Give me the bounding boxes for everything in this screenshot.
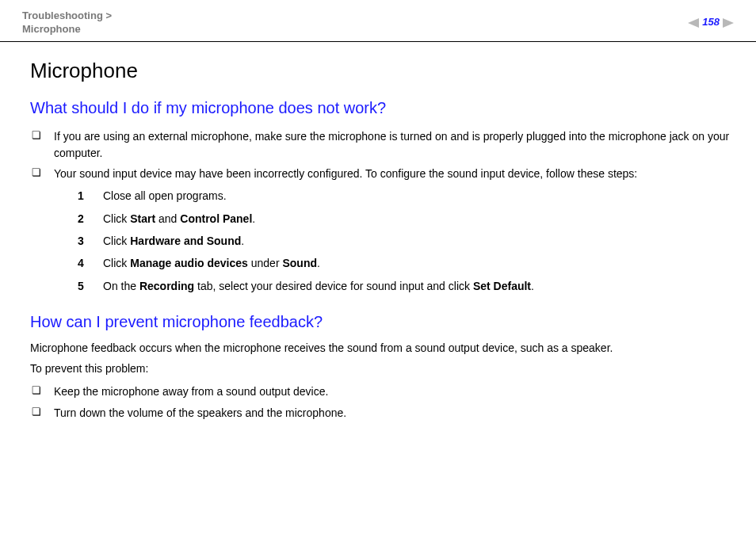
breadcrumb-bottom[interactable]: Microphone (22, 23, 81, 35)
step-text: Click Hardware and Sound. (103, 235, 244, 247)
paragraph: Microphone feedback occurs when the micr… (30, 340, 734, 356)
page-number: 158 (702, 15, 720, 30)
numbered-steps: 1Close all open programs. 2Click Start a… (54, 185, 734, 296)
step: 4Click Manage audio devices under Sound. (54, 252, 734, 274)
bullet-text: Keep the microphone away from a sound ou… (54, 385, 328, 398)
step-number: 2 (78, 211, 92, 227)
bullet-list: Keep the microphone away from a sound ou… (30, 381, 734, 423)
list-item: If you are using an external microphone,… (30, 126, 734, 163)
page-header: Troubleshooting > Microphone 158 (0, 0, 756, 41)
breadcrumb-separator: > (105, 10, 112, 21)
paragraph: To prevent this problem: (30, 360, 734, 376)
page-content: Microphone What should I do if my microp… (0, 42, 756, 423)
step: 3Click Hardware and Sound. (54, 230, 734, 252)
breadcrumb-top[interactable]: Troubleshooting (22, 10, 103, 21)
step: 2Click Start and Control Panel. (54, 208, 734, 230)
page-title: Microphone (30, 56, 734, 86)
bullet-text: If you are using an external microphone,… (54, 130, 729, 158)
svg-marker-1 (723, 18, 734, 28)
breadcrumb: Troubleshooting > Microphone (22, 10, 112, 36)
section-heading: What should I do if my microphone does n… (30, 97, 734, 120)
svg-marker-0 (688, 18, 699, 28)
list-item: Your sound input device may have been in… (30, 163, 734, 299)
step-number: 4 (78, 255, 92, 271)
step: 1Close all open programs. (54, 185, 734, 207)
list-item: Keep the microphone away from a sound ou… (30, 381, 734, 402)
step: 5On the Recording tab, select your desir… (54, 275, 734, 297)
step-text: Click Manage audio devices under Sound. (103, 257, 320, 269)
step-number: 1 (78, 188, 92, 204)
step-text: Click Start and Control Panel. (103, 212, 255, 225)
section-heading: How can I prevent microphone feedback? (30, 311, 734, 334)
page-nav: 158 (688, 15, 734, 30)
list-item: Turn down the volume of the speakers and… (30, 402, 734, 423)
step-text: Close all open programs. (103, 189, 227, 202)
bullet-list: If you are using an external microphone,… (30, 126, 734, 299)
document-page: Troubleshooting > Microphone 158 Microph… (0, 0, 756, 423)
step-number: 3 (78, 233, 92, 249)
step-text: On the Recording tab, select your desire… (103, 280, 534, 292)
bullet-text: Your sound input device may have been in… (54, 167, 637, 180)
step-number: 5 (78, 278, 92, 294)
next-page-icon[interactable] (723, 18, 734, 28)
prev-page-icon[interactable] (688, 18, 699, 28)
bullet-text: Turn down the volume of the speakers and… (54, 406, 346, 419)
